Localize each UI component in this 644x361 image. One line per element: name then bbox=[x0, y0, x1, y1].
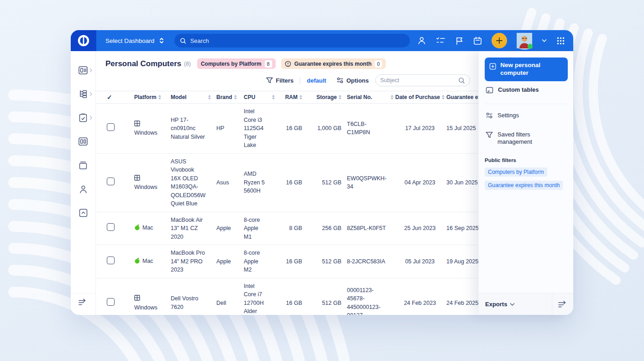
saved-filters-button[interactable]: Saved filters management bbox=[485, 126, 567, 152]
filter-funnel-icon bbox=[486, 131, 493, 141]
sidebar-item-collapse[interactable] bbox=[71, 201, 95, 225]
windows-icon bbox=[134, 175, 140, 183]
panel-footer: Exports bbox=[479, 293, 573, 315]
global-search[interactable] bbox=[174, 34, 410, 47]
column-header-purchase-date[interactable]: Date of Purchase bbox=[395, 94, 440, 100]
filter-preset-default[interactable]: default bbox=[307, 77, 326, 84]
column-header-model[interactable]: Model bbox=[171, 94, 187, 100]
divider bbox=[485, 104, 567, 104]
left-sidebar bbox=[71, 51, 96, 315]
top-navbar: Select Dashboard bbox=[71, 30, 573, 51]
filter-badge-computers-by-platform[interactable]: Computers by Platform 8 bbox=[197, 58, 276, 69]
exports-button[interactable]: Exports bbox=[479, 293, 552, 315]
sort-icon[interactable] bbox=[442, 95, 445, 99]
apps-grid-icon[interactable] bbox=[556, 37, 565, 45]
alert-icon bbox=[285, 61, 291, 67]
profile-icon[interactable] bbox=[417, 36, 426, 45]
table-header-row: ✓ Platform Model Brand CPU RAM Storage S… bbox=[96, 91, 503, 104]
filter-badge-guarantee-expires[interactable]: Guarantee expires this month 0 bbox=[281, 58, 386, 69]
calendar-icon[interactable] bbox=[473, 37, 482, 45]
sidebar-item-cards[interactable] bbox=[71, 130, 95, 153]
custom-tables-button[interactable]: Custom tables bbox=[485, 81, 567, 101]
mac-apple-icon bbox=[134, 224, 140, 233]
row-checkbox[interactable] bbox=[107, 256, 115, 264]
row-checkbox[interactable] bbox=[107, 223, 115, 231]
sort-icon[interactable] bbox=[208, 95, 211, 99]
table-row[interactable]: Windows HP 17-cn0910nc Natural Silver HP… bbox=[96, 104, 503, 154]
public-filter-computers-by-platform[interactable]: Computers by Platform bbox=[485, 167, 547, 177]
cards-icon bbox=[79, 137, 88, 146]
windows-icon bbox=[134, 120, 140, 129]
chevron-right-icon bbox=[89, 90, 92, 98]
row-checkbox[interactable] bbox=[107, 123, 115, 131]
plus-square-icon bbox=[489, 63, 496, 70]
column-header-serial[interactable]: Serial No. bbox=[347, 94, 372, 100]
app-logo[interactable] bbox=[71, 30, 96, 51]
column-header-brand[interactable]: Brand bbox=[216, 94, 232, 100]
flag-icon[interactable] bbox=[456, 37, 464, 45]
user-avatar[interactable] bbox=[517, 33, 532, 48]
person-icon bbox=[79, 185, 88, 194]
expand-sidebar-icon[interactable] bbox=[78, 298, 88, 308]
quick-add-button[interactable] bbox=[492, 33, 507, 48]
row-checkbox[interactable] bbox=[107, 298, 115, 306]
app-window: Select Dashboard bbox=[71, 30, 573, 315]
settings-sliders-icon bbox=[486, 112, 493, 121]
column-header-cpu[interactable]: CPU bbox=[244, 94, 255, 100]
options-button[interactable]: Options bbox=[336, 77, 369, 84]
divider bbox=[300, 77, 300, 84]
filter-funnel-icon bbox=[266, 77, 273, 84]
mac-apple-icon bbox=[134, 257, 140, 267]
online-status-dot bbox=[528, 44, 533, 49]
table-row[interactable]: Mac MacBook Air 13" M1 CZ 2020 Apple 8-c… bbox=[96, 212, 503, 245]
dashboard-selector-chevrons-icon[interactable] bbox=[159, 37, 164, 44]
options-sliders-icon bbox=[336, 77, 344, 84]
record-count: (8) bbox=[184, 61, 191, 67]
chevron-right-icon bbox=[89, 66, 92, 74]
filters-button[interactable]: Filters bbox=[266, 77, 293, 84]
badge-count: 0 bbox=[375, 60, 382, 68]
badge-count: 8 bbox=[265, 60, 272, 68]
sidebar-item-hierarchy[interactable] bbox=[71, 82, 95, 106]
clipboard-check-icon bbox=[79, 113, 87, 122]
public-filter-guarantee-expires[interactable]: Guarantee expires this month bbox=[485, 181, 563, 190]
table-row[interactable]: Windows Dell Vostro 7620 Dell Intel Core… bbox=[96, 278, 503, 315]
new-personal-computer-button[interactable]: New personal computer bbox=[485, 58, 568, 81]
subject-search[interactable] bbox=[375, 74, 470, 86]
column-header-ram[interactable]: RAM bbox=[285, 94, 298, 100]
table-row[interactable]: Mac MacBook Pro 14" M2 PRO 2023 Apple 8-… bbox=[96, 245, 503, 278]
collapse-panel-button[interactable] bbox=[552, 293, 573, 315]
hierarchy-icon bbox=[79, 90, 88, 98]
subject-search-input[interactable] bbox=[380, 77, 458, 84]
windows-icon bbox=[134, 295, 140, 303]
records-card-icon bbox=[79, 66, 88, 74]
sort-icon[interactable] bbox=[299, 95, 302, 99]
sidebar-item-contacts[interactable] bbox=[71, 177, 95, 201]
right-panel: New personal computer Custom tables bbox=[478, 51, 573, 315]
expand-right-icon bbox=[557, 300, 568, 308]
tasks-icon[interactable] bbox=[436, 37, 446, 45]
sidebar-item-inventory[interactable] bbox=[71, 153, 95, 177]
public-filters-title: Public filters bbox=[485, 157, 567, 163]
column-header-platform[interactable]: Platform bbox=[134, 94, 157, 100]
column-header-storage[interactable]: Storage bbox=[316, 94, 337, 100]
sort-icon[interactable] bbox=[234, 95, 237, 99]
chevron-down-icon bbox=[510, 303, 515, 306]
row-checkbox[interactable] bbox=[107, 178, 115, 185]
select-all-icon[interactable]: ✓ bbox=[107, 94, 112, 101]
search-icon bbox=[458, 77, 465, 84]
sort-icon[interactable] bbox=[158, 95, 161, 99]
sidebar-item-records[interactable] bbox=[71, 58, 95, 82]
avatar-chevron-down-icon[interactable] bbox=[542, 39, 547, 42]
briefcase-icon bbox=[79, 161, 88, 170]
settings-button[interactable]: Settings bbox=[485, 107, 567, 126]
dashboard-selector[interactable]: Select Dashboard bbox=[105, 37, 154, 44]
page-title: Personal Computers bbox=[105, 59, 181, 68]
table-row[interactable]: Windows ASUS Vivobook 16X OLED M1603QA-Q… bbox=[96, 153, 503, 212]
sidebar-item-checklists[interactable] bbox=[71, 106, 95, 130]
global-search-input[interactable] bbox=[190, 37, 405, 44]
sort-icon[interactable] bbox=[272, 95, 275, 99]
sort-icon[interactable] bbox=[339, 95, 341, 99]
sort-icon[interactable] bbox=[391, 95, 393, 99]
custom-tables-icon bbox=[486, 87, 493, 96]
